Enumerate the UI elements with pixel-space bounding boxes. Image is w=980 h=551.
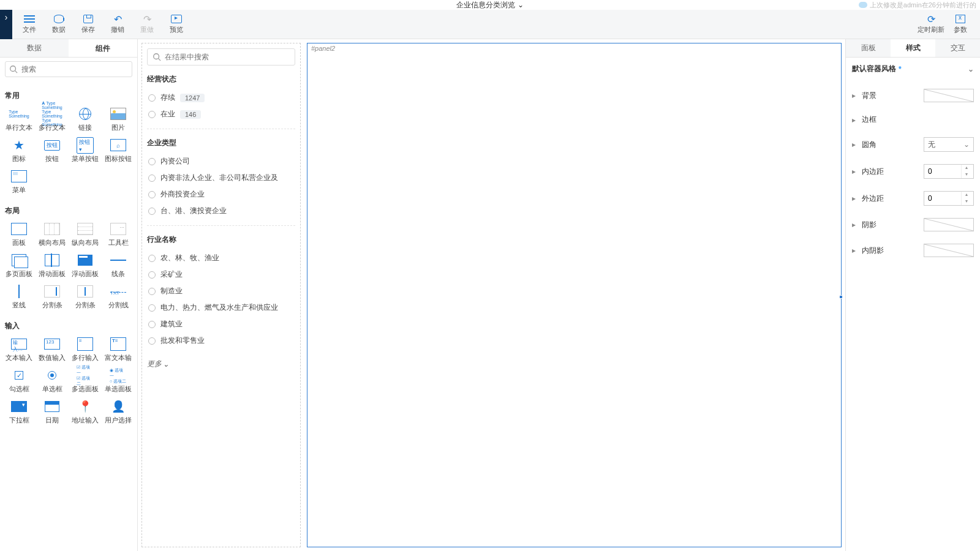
caret-right-icon: ▸ bbox=[852, 220, 857, 229]
filter-more[interactable]: 更多⌄ bbox=[147, 359, 295, 369]
palette-mtext[interactable]: A Type SomethingType SomethingType Somet… bbox=[37, 107, 67, 132]
rinput-icon: T≡ bbox=[110, 337, 127, 351]
shadow-swatch[interactable] bbox=[924, 218, 974, 231]
palette-div1[interactable]: 分割条 bbox=[37, 285, 67, 310]
canvas-panel2[interactable]: #panel2 bbox=[307, 43, 842, 547]
palette-vbox[interactable]: 纵向布局 bbox=[70, 222, 100, 247]
titlebar: 企业信息分类浏览 ⌄ 上次修改是admin在26分钟前进行的 bbox=[0, 0, 980, 10]
palette-multip[interactable]: 多页面板 bbox=[4, 253, 34, 279]
palette-hbox[interactable]: 横向布局 bbox=[37, 222, 67, 247]
step-up-icon[interactable]: ▴ bbox=[962, 165, 971, 171]
style-heading[interactable]: 默认容器风格 * ⌄ bbox=[852, 64, 974, 74]
undo-button[interactable]: ↶撤销 bbox=[103, 11, 132, 38]
save-button[interactable]: 保存 bbox=[74, 11, 103, 38]
step-down-icon[interactable]: ▾ bbox=[962, 171, 971, 178]
right-tab-panel[interactable]: 面板 bbox=[846, 39, 891, 57]
style-border-row[interactable]: ▸边框 bbox=[852, 108, 974, 131]
filter-option[interactable]: 电力、热力、燃气及水生产和供应业 bbox=[147, 299, 295, 316]
params-button[interactable]: 参数 bbox=[946, 11, 975, 38]
resize-handle[interactable] bbox=[839, 295, 843, 299]
palette-radio[interactable]: 单选框 bbox=[37, 369, 67, 394]
rdogrp-icon: ◉ 选项一○ 选项二 bbox=[110, 369, 127, 382]
left-tab-data[interactable]: 数据 bbox=[0, 39, 69, 57]
iconbtn-icon: ⌕ bbox=[110, 138, 127, 152]
filter-option[interactable]: 农、林、牧、渔业 bbox=[147, 250, 295, 266]
filter-option[interactable]: 存续1247 bbox=[147, 89, 295, 106]
filter-option[interactable]: 在业146 bbox=[147, 106, 295, 122]
chevron-down-icon: ⌄ bbox=[163, 360, 169, 369]
step-down-icon[interactable]: ▾ bbox=[962, 198, 971, 205]
style-margin-row[interactable]: ▸外边距▴▾ bbox=[852, 185, 974, 212]
palette-button[interactable]: 按钮按钮 bbox=[37, 138, 67, 163]
palette-rinput[interactable]: T≡富文本输 bbox=[103, 337, 134, 362]
palette-date[interactable]: 日期 bbox=[37, 400, 67, 425]
redo-button[interactable]: ↷重做 bbox=[132, 11, 162, 38]
palette-user[interactable]: 👤用户选择 bbox=[103, 400, 134, 425]
style-shadow-row[interactable]: ▸阴影 bbox=[852, 212, 974, 238]
file-button[interactable]: 文件 bbox=[15, 11, 44, 38]
palette-toolbar[interactable]: 工具栏 bbox=[103, 222, 134, 247]
palette-div2[interactable]: 分割条 bbox=[70, 285, 100, 310]
palette-panel[interactable]: 面板 bbox=[4, 222, 34, 247]
data-button[interactable]: 数据 bbox=[44, 11, 74, 38]
radius-select[interactable]: 无 bbox=[924, 137, 974, 152]
palette-link[interactable]: 链接 bbox=[70, 107, 100, 132]
filter-option[interactable]: 内资非法人企业、非公司私营企业及 bbox=[147, 170, 295, 186]
filter-search[interactable] bbox=[147, 48, 295, 66]
right-tab-interact[interactable]: 交互 bbox=[935, 39, 980, 57]
palette-menubtn[interactable]: 按钮 ▾菜单按钮 bbox=[70, 138, 100, 163]
palette-minput[interactable]: ≡多行输入 bbox=[70, 337, 100, 362]
style-radius-row[interactable]: ▸圆角无 bbox=[852, 131, 974, 158]
filter-search-input[interactable] bbox=[165, 53, 290, 61]
palette-line[interactable]: 线条 bbox=[103, 253, 134, 279]
auto-refresh-button[interactable]: ⟳定时刷新 bbox=[916, 11, 946, 38]
palette-menu[interactable]: 菜单 bbox=[4, 170, 34, 195]
radio-icon bbox=[148, 288, 156, 295]
palette-icon[interactable]: ★图标 bbox=[4, 138, 34, 163]
filter-option[interactable]: 内资公司 bbox=[147, 153, 295, 170]
margin-input[interactable]: ▴▾ bbox=[924, 191, 974, 206]
padding-input[interactable]: ▴▾ bbox=[924, 164, 974, 179]
filter-option[interactable]: 制造业 bbox=[147, 283, 295, 299]
palette-div3[interactable]: TXT分割线 bbox=[103, 285, 134, 310]
palette-addr[interactable]: 📍地址输入 bbox=[70, 400, 100, 425]
palette-check[interactable]: ✓勾选框 bbox=[4, 369, 34, 394]
page-title-dropdown[interactable]: 企业信息分类浏览 ⌄ bbox=[456, 0, 524, 10]
rail-expand[interactable]: › bbox=[0, 10, 12, 39]
palette-image[interactable]: 图片 bbox=[103, 107, 134, 132]
filter-option[interactable]: 台、港、澳投资企业 bbox=[147, 203, 295, 219]
palette-rdogrp[interactable]: ◉ 选项一○ 选项二单选面板 bbox=[103, 369, 134, 394]
style-inner-shadow-row[interactable]: ▸内阴影 bbox=[852, 238, 974, 263]
icon-icon: ★ bbox=[10, 138, 28, 152]
component-search[interactable] bbox=[5, 61, 132, 77]
filter-option[interactable]: 建筑业 bbox=[147, 316, 295, 332]
chevron-down-icon: ⌄ bbox=[968, 65, 974, 73]
palette-select[interactable]: 下拉框 bbox=[4, 400, 34, 425]
palette-vline[interactable]: 竖线 bbox=[4, 285, 34, 310]
palette-text[interactable]: Type Something单行文本 bbox=[4, 107, 34, 132]
preview-icon bbox=[171, 15, 182, 23]
step-up-icon[interactable]: ▴ bbox=[962, 192, 971, 198]
user-icon: 👤 bbox=[110, 400, 127, 413]
filter-option[interactable]: 批发和零售业 bbox=[147, 332, 295, 349]
palette-floatp[interactable]: 浮动面板 bbox=[70, 253, 100, 279]
component-search-input[interactable] bbox=[21, 65, 128, 73]
left-tab-components[interactable]: 组件 bbox=[69, 39, 137, 57]
div1-icon bbox=[43, 285, 61, 298]
style-background-row[interactable]: ▸背景 bbox=[852, 83, 974, 108]
right-tab-style[interactable]: 样式 bbox=[891, 39, 935, 57]
background-swatch[interactable] bbox=[924, 89, 974, 102]
filter-option[interactable]: 采矿业 bbox=[147, 266, 295, 283]
inner-shadow-swatch[interactable] bbox=[924, 244, 974, 257]
count-badge: 146 bbox=[180, 110, 201, 119]
palette-slidep[interactable]: 滑动面板 bbox=[37, 253, 67, 279]
palette-tinput[interactable]: 输入…文本输入 bbox=[4, 337, 34, 362]
style-padding-row[interactable]: ▸内边距▴▾ bbox=[852, 158, 974, 185]
filter-panel: 经营状态存续1247在业146企业类型内资公司内资非法人企业、非公司私营企业及外… bbox=[141, 43, 301, 547]
palette-iconbtn[interactable]: ⌕图标按钮 bbox=[103, 138, 134, 163]
radio-icon bbox=[148, 337, 156, 345]
palette-ninput[interactable]: 123数值输入 bbox=[37, 337, 67, 362]
palette-chkgrp[interactable]: ☑ 选项一☑ 选项二多选面板 bbox=[70, 369, 100, 394]
preview-button[interactable]: 预览 bbox=[162, 11, 191, 38]
filter-option[interactable]: 外商投资企业 bbox=[147, 186, 295, 203]
